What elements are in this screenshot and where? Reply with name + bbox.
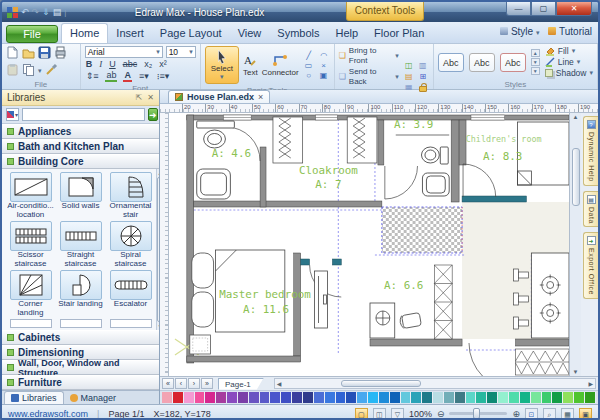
library-picker-icon[interactable]: ▾: [6, 108, 19, 121]
library-search-input[interactable]: [22, 108, 145, 121]
minimize-button[interactable]: —: [506, 2, 531, 16]
style-preset-3[interactable]: Abc: [500, 53, 526, 72]
palette-swatch[interactable]: [520, 392, 531, 403]
palette-swatch[interactable]: [216, 392, 227, 403]
palette-swatch[interactable]: [227, 392, 238, 403]
palette-swatch[interactable]: [509, 392, 520, 403]
palette-swatch[interactable]: [487, 392, 498, 403]
tab-page-layout[interactable]: Page Layout: [152, 24, 230, 43]
next-page-button[interactable]: ›: [188, 378, 200, 389]
pan-button[interactable]: ▣: [579, 408, 592, 420]
vertical-scrollbar[interactable]: ▲ ▼: [569, 113, 581, 376]
delete-tool-icon[interactable]: ×: [318, 61, 330, 70]
palette-swatch[interactable]: [563, 392, 574, 403]
document-tab[interactable]: House Plan.edx ×: [168, 90, 270, 103]
select-tool-button[interactable]: Select ▾: [205, 46, 239, 84]
strikethrough-button[interactable]: abc: [122, 59, 139, 69]
magnifier-button[interactable]: ⌕: [543, 408, 556, 420]
fill-button[interactable]: Fill ▾: [545, 46, 593, 56]
scroll-down-icon[interactable]: ▼: [158, 323, 159, 329]
page-break-view-button[interactable]: ◫: [373, 408, 386, 420]
save-icon[interactable]: [38, 46, 51, 61]
line-button[interactable]: Line ▾: [545, 57, 593, 67]
palette-swatch[interactable]: [336, 392, 347, 403]
file-menu-button[interactable]: File: [6, 25, 58, 43]
fit-page-button[interactable]: ⊡: [525, 408, 538, 420]
palette-swatch[interactable]: [444, 392, 455, 403]
palette-swatch[interactable]: [401, 392, 412, 403]
palette-swatch[interactable]: [379, 392, 390, 403]
palette-swatch[interactable]: [270, 392, 281, 403]
center-icon[interactable]: ⊞: [417, 72, 429, 82]
close-document-icon[interactable]: ×: [258, 92, 263, 102]
section-bath-kitchen[interactable]: Bath and Kitchen Plan: [2, 139, 159, 154]
palette-swatch[interactable]: [249, 392, 260, 403]
download-icon[interactable]: ⇓: [42, 7, 50, 17]
underline-button[interactable]: U: [108, 59, 117, 69]
palette-swatch[interactable]: [368, 392, 379, 403]
palette-swatch[interactable]: [552, 392, 563, 403]
shadow-button[interactable]: Shadow ▾: [545, 68, 593, 78]
style-preset-2[interactable]: Abc: [469, 53, 495, 72]
palette-swatch[interactable]: [466, 392, 477, 403]
arc-tool-icon[interactable]: ◠: [318, 51, 330, 60]
palette-swatch[interactable]: [314, 392, 325, 403]
palette-swatch[interactable]: [205, 392, 216, 403]
palette-swatch[interactable]: [498, 392, 509, 403]
symbol-corner-landing[interactable]: Corner landing: [7, 270, 54, 318]
scroll-up-icon[interactable]: ▲: [573, 114, 579, 120]
tab-help[interactable]: Help: [327, 24, 366, 43]
section-building-core[interactable]: Building Core: [2, 154, 159, 169]
full-screen-button[interactable]: ▽: [391, 408, 404, 420]
section-cabinets[interactable]: Cabinets: [2, 330, 159, 345]
send-to-back-button[interactable]: ❏ Send to Back ▾: [339, 67, 399, 87]
tab-insert[interactable]: Insert: [108, 24, 152, 43]
palette-swatch[interactable]: [195, 392, 206, 403]
palette-swatch[interactable]: [325, 392, 336, 403]
tab-dynamic-help[interactable]: ? Dynamic Help: [583, 116, 598, 186]
symbol-scissor-staircase[interactable]: Scissor staircase: [7, 221, 54, 269]
new-document-icon[interactable]: [6, 46, 19, 61]
font-size-select[interactable]: 10▾: [166, 46, 196, 58]
symbol-spiral-staircase[interactable]: Spiral staircase: [107, 221, 154, 269]
bold-button[interactable]: B: [85, 59, 94, 69]
palette-swatch[interactable]: [585, 392, 596, 403]
scroll-left-icon[interactable]: ◀: [277, 380, 282, 387]
bar-stools[interactable]: [514, 269, 529, 329]
undo-icon[interactable]: ↶: [21, 7, 29, 17]
symbol-straight-staircase[interactable]: Straight staircase: [57, 221, 104, 269]
tab-symbols[interactable]: Symbols: [269, 24, 327, 43]
search-go-button[interactable]: ➜: [148, 108, 158, 121]
ellipse-tool-icon[interactable]: ○: [303, 71, 315, 80]
palette-swatch[interactable]: [433, 392, 444, 403]
gallery-up-icon[interactable]: ▲: [531, 49, 540, 57]
print-preview-icon[interactable]: ▤: [53, 7, 62, 17]
kitchen-counter[interactable]: [531, 253, 569, 338]
scroll-up-icon[interactable]: ▲: [158, 170, 159, 176]
palette-swatch[interactable]: [455, 392, 466, 403]
palette-swatch[interactable]: [238, 392, 249, 403]
section-furniture[interactable]: Furniture: [2, 375, 159, 390]
palette-swatch[interactable]: [303, 392, 314, 403]
align-text-icon[interactable]: ≡▾: [138, 71, 150, 81]
palette-swatch[interactable]: [281, 392, 292, 403]
palette-swatch[interactable]: [260, 392, 271, 403]
zoom-slider-thumb[interactable]: [473, 408, 480, 419]
first-page-button[interactable]: «: [162, 378, 174, 389]
normal-view-button[interactable]: ▢: [355, 408, 368, 420]
subscript-button[interactable]: x₂: [143, 59, 153, 69]
maximize-button[interactable]: ▢: [531, 2, 556, 16]
gallery-down-icon[interactable]: ▼: [531, 58, 540, 66]
symbol-partial-tile[interactable]: [110, 319, 152, 328]
tab-home[interactable]: Home: [61, 23, 108, 43]
group-icon[interactable]: ◫: [403, 61, 415, 71]
text-tool-button[interactable]: A Text: [243, 53, 258, 77]
section-wall-door-window[interactable]: Wall, Door, Window and Structure: [2, 360, 159, 375]
scroll-thumb[interactable]: [341, 380, 421, 387]
close-icon[interactable]: ✕: [147, 93, 154, 102]
close-button[interactable]: ✕: [556, 2, 592, 16]
tab-floor-plan[interactable]: Floor Plan: [366, 24, 432, 43]
bring-to-front-button[interactable]: ❏ Bring to Front ▾: [339, 46, 399, 66]
print-icon[interactable]: [54, 46, 67, 61]
bullet-list-icon[interactable]: ⁝≡▾: [156, 71, 171, 81]
